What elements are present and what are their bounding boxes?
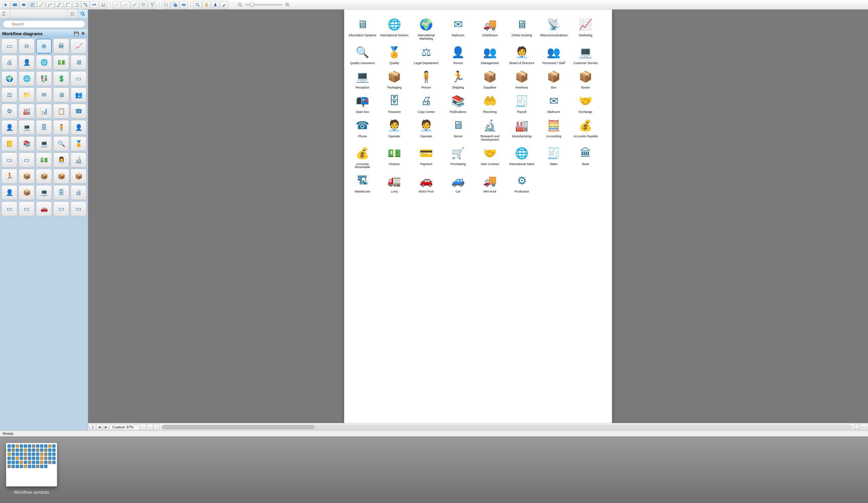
palette-shape[interactable]: 🖨 bbox=[1, 55, 17, 70]
canvas-shape[interactable]: 🖥Information Systems bbox=[348, 15, 377, 41]
panel-collapse-button[interactable]: ‖ bbox=[90, 424, 96, 430]
canvas-shape[interactable]: 📡Telecommunications bbox=[539, 15, 568, 41]
pointer-tool[interactable] bbox=[2, 1, 10, 9]
search-input[interactable] bbox=[3, 20, 85, 28]
connector-2[interactable] bbox=[46, 1, 54, 9]
palette-shape[interactable]: 📦 bbox=[36, 169, 52, 184]
palette-shape[interactable]: ⚖ bbox=[1, 87, 17, 102]
horizontal-scrollbar[interactable] bbox=[162, 425, 852, 429]
canvas-shape[interactable]: 💳Payment bbox=[412, 144, 441, 169]
canvas-shape[interactable]: 💵Finance bbox=[380, 144, 409, 169]
canvas-shape[interactable]: 🛒Purchasing bbox=[444, 144, 472, 169]
palette-shape[interactable]: 💲 bbox=[53, 71, 69, 86]
canvas-shape[interactable]: ⚖Legal Department bbox=[412, 43, 441, 65]
palette-shape[interactable]: 📊 bbox=[36, 104, 52, 119]
canvas-shape[interactable]: 🧑‍💼Operator bbox=[380, 117, 409, 142]
palette-shape[interactable]: ▭ bbox=[1, 153, 17, 167]
palette-shape[interactable]: 🔬 bbox=[71, 153, 86, 167]
palette-shape[interactable]: ▭ bbox=[53, 201, 69, 216]
palette-shape[interactable]: ✉ bbox=[36, 87, 52, 102]
horizontal-scroll-thumb[interactable] bbox=[162, 425, 315, 429]
library-list-toggle[interactable] bbox=[68, 10, 78, 18]
palette-shape[interactable]: 📦 bbox=[53, 169, 69, 184]
canvas-shape[interactable]: 🌍International Marketing bbox=[412, 15, 441, 41]
canvas-shape[interactable]: 🧍Person bbox=[412, 68, 441, 90]
palette-shape[interactable]: 📁 bbox=[19, 87, 34, 102]
line-4[interactable] bbox=[140, 1, 147, 9]
palette-shape[interactable]: 🚗 bbox=[36, 201, 52, 216]
palette-shape[interactable]: ▭ bbox=[71, 201, 86, 216]
palette-shape[interactable]: 💻 bbox=[36, 185, 52, 200]
canvas-shape[interactable]: 📦Inventory bbox=[508, 68, 536, 90]
palette-shape[interactable]: 👤 bbox=[71, 120, 86, 135]
canvas-shape[interactable]: 👥Management bbox=[476, 43, 504, 65]
rectangle-tool[interactable] bbox=[11, 1, 19, 9]
text-tool[interactable] bbox=[29, 1, 37, 9]
palette-shape[interactable]: 👤 bbox=[1, 185, 17, 200]
palette-shape[interactable]: 🧍 bbox=[53, 120, 69, 135]
palette-shape[interactable]: 👥 bbox=[71, 87, 86, 102]
canvas-shape[interactable]: 🧮Accounting bbox=[539, 117, 568, 142]
palette-shape[interactable]: 📒 bbox=[1, 136, 17, 151]
palette-shape[interactable]: 🏃 bbox=[1, 169, 17, 184]
ellipse-tool[interactable] bbox=[20, 1, 28, 9]
zoom-tool[interactable] bbox=[194, 1, 202, 9]
palette-shape[interactable]: 🏭 bbox=[19, 104, 34, 119]
stamp-tool[interactable] bbox=[211, 1, 219, 9]
zoom-in-icon[interactable] bbox=[285, 2, 291, 8]
connector-3[interactable] bbox=[55, 1, 63, 9]
palette-shape[interactable]: 🖥 bbox=[53, 87, 69, 102]
canvas-shape[interactable]: 🧑‍💼Operator bbox=[412, 117, 441, 142]
canvas-shape[interactable]: 👤Person bbox=[444, 43, 472, 65]
line-5[interactable] bbox=[148, 1, 156, 9]
palette-shape[interactable]: ▭ bbox=[1, 201, 17, 216]
canvas-shape[interactable]: 🤝Sale Contract bbox=[476, 144, 504, 169]
canvas-shape[interactable]: 👥Personnel / Staff bbox=[539, 43, 568, 65]
view-mode-3[interactable]: ▫ bbox=[154, 424, 160, 430]
library-header[interactable]: Workflow diagrams 💾 ✖ bbox=[0, 30, 88, 37]
insert-image-tool[interactable] bbox=[99, 1, 107, 9]
canvas-shape[interactable]: 🔬Research and Development bbox=[476, 117, 504, 142]
arrange-2[interactable] bbox=[171, 1, 179, 9]
palette-shape[interactable]: 🖨 bbox=[71, 185, 86, 200]
canvas-shape[interactable]: 🏛Bank bbox=[571, 144, 600, 169]
canvas-shape[interactable]: 🏃Shipping bbox=[444, 68, 472, 90]
canvas-shape[interactable]: 📦Packaging bbox=[380, 68, 409, 90]
zoom-dropdown[interactable]: Custom 37% bbox=[110, 425, 140, 430]
view-mode-1[interactable]: ▫ bbox=[140, 424, 146, 430]
canvas-shape[interactable]: ✉Mailroom bbox=[444, 15, 472, 41]
palette-shape[interactable]: 🌐 bbox=[19, 71, 34, 86]
zoom-knob[interactable] bbox=[250, 2, 254, 7]
palette-shape[interactable]: 💻 bbox=[19, 120, 34, 135]
canvas-shape[interactable]: 🖨Copy Center bbox=[412, 92, 441, 114]
canvas-shape[interactable]: 🚚Mini truck bbox=[476, 172, 504, 193]
eyedropper-tool[interactable] bbox=[220, 1, 228, 9]
library-close-icon[interactable]: ✖ bbox=[80, 31, 86, 36]
line-3[interactable] bbox=[131, 1, 139, 9]
canvas-shape[interactable]: 🏭Manufacturing bbox=[508, 117, 536, 142]
line-1[interactable] bbox=[113, 1, 121, 9]
palette-shape[interactable]: ▭ bbox=[19, 153, 34, 167]
line-2[interactable] bbox=[122, 1, 130, 9]
canvas-scroll[interactable]: 🖥Information Systems🌐International Divis… bbox=[88, 10, 868, 423]
canvas-shape[interactable]: 💻Customer Service bbox=[571, 43, 600, 65]
palette-shape[interactable]: 🗄 bbox=[53, 185, 69, 200]
palette-shape[interactable]: ☎ bbox=[71, 104, 86, 119]
canvas-shape[interactable]: 🖥Online booking bbox=[508, 15, 536, 41]
connector-4[interactable] bbox=[64, 1, 72, 9]
palette-shape[interactable]: 📈 bbox=[71, 39, 86, 54]
canvas-shape[interactable]: 🚛Lorry bbox=[380, 172, 409, 193]
fit-width-button[interactable]: ↔ bbox=[860, 424, 867, 430]
canvas-shape[interactable]: 💰Accounts Receivable bbox=[348, 144, 377, 169]
arrange-1[interactable] bbox=[162, 1, 170, 9]
canvas-shape[interactable]: 🌐International Sales bbox=[508, 144, 536, 169]
palette-shape[interactable]: 🔍 bbox=[53, 136, 69, 151]
canvas-shape[interactable]: ✉Mailroom bbox=[539, 92, 568, 114]
canvas-shape[interactable]: 🚙Car bbox=[444, 172, 472, 193]
page-next-button[interactable]: ▶ bbox=[103, 424, 109, 430]
canvas-shape[interactable]: 📦Box bbox=[539, 68, 568, 90]
canvas-shape[interactable]: 💻Reception bbox=[348, 68, 377, 90]
palette-shape[interactable]: 💵 bbox=[53, 55, 69, 70]
palette-shape[interactable]: 🖥 bbox=[71, 55, 86, 70]
preview-card[interactable]: Workflow symbols bbox=[6, 443, 57, 495]
